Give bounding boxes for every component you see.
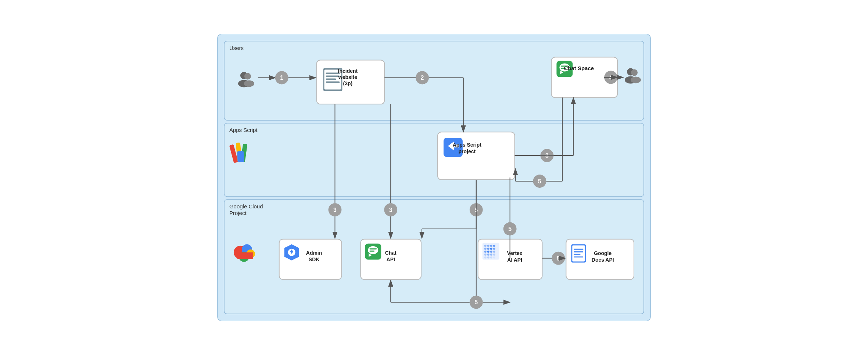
svg-point-45 xyxy=(493,245,495,247)
step-5-label-vertex: 5 xyxy=(557,255,560,262)
svg-point-53 xyxy=(493,251,495,253)
chat-api-label2: API xyxy=(387,257,395,262)
svg-rect-10 xyxy=(326,75,340,77)
svg-point-51 xyxy=(487,251,489,253)
svg-point-59 xyxy=(487,257,489,259)
svg-point-61 xyxy=(493,257,495,259)
svg-point-57 xyxy=(493,254,495,256)
incident-website-label3: (3p) xyxy=(343,80,353,86)
svg-point-58 xyxy=(484,257,487,259)
step-3-label-left: 3 xyxy=(333,207,337,213)
step-5-label-vertex2: 5 xyxy=(508,226,512,232)
google-docs-api-label: Google xyxy=(594,250,611,256)
swimlane-apps-script-label: Apps Script xyxy=(229,127,258,133)
svg-rect-67 xyxy=(574,257,583,258)
svg-point-50 xyxy=(484,251,487,253)
svg-rect-11 xyxy=(326,78,336,80)
incident-website-label: Incident xyxy=(338,68,358,74)
svg-rect-32 xyxy=(237,252,253,259)
chat-space-label: Chat Space xyxy=(564,65,594,72)
svg-rect-12 xyxy=(326,81,340,83)
svg-point-60 xyxy=(490,257,492,259)
svg-rect-63 xyxy=(572,245,585,262)
svg-point-49 xyxy=(493,248,495,250)
swimlane-cloud-label: Google Cloud xyxy=(229,203,263,209)
svg-point-44 xyxy=(490,245,492,247)
apps-script-project-label2: project xyxy=(459,148,476,154)
svg-point-48 xyxy=(490,248,492,250)
vertex-ai-api-label: Vertex xyxy=(507,250,523,256)
step-1-label: 1 xyxy=(280,75,283,81)
swimlane-apps-script xyxy=(224,123,644,197)
svg-rect-65 xyxy=(574,251,583,252)
step-2-label: 2 xyxy=(421,75,424,81)
vertex-ai-api-label2: AI API xyxy=(507,257,522,263)
apps-script-project-label: Apps Script xyxy=(453,142,482,148)
chat-api-label: Chat xyxy=(385,250,397,256)
incident-website-label2: website xyxy=(338,74,357,80)
svg-point-46 xyxy=(484,248,487,250)
step-3-label-mid: 3 xyxy=(389,207,392,213)
svg-point-21 xyxy=(631,76,641,83)
svg-point-37 xyxy=(368,246,378,254)
admin-sdk-label2: SDK xyxy=(309,257,320,262)
diagram-wrapper: Users Apps Script Google Cloud Project I… xyxy=(217,34,651,321)
admin-sdk-label: Admin xyxy=(306,250,322,256)
svg-point-5 xyxy=(244,73,251,79)
svg-rect-25 xyxy=(237,151,244,162)
google-docs-api-label2: Docs API xyxy=(592,257,614,263)
svg-point-47 xyxy=(487,248,489,250)
svg-point-6 xyxy=(244,80,254,87)
svg-point-42 xyxy=(484,245,487,247)
svg-rect-39 xyxy=(369,248,377,250)
svg-point-54 xyxy=(484,254,487,256)
step-5-label-bottom: 5 xyxy=(474,299,478,305)
swimlane-cloud-label2: Project xyxy=(229,210,247,216)
svg-point-55 xyxy=(487,254,489,256)
svg-point-52 xyxy=(490,251,492,253)
step-5-label-right: 5 xyxy=(538,178,541,184)
svg-point-56 xyxy=(490,254,492,256)
svg-rect-64 xyxy=(574,249,583,250)
swimlane-users-label: Users xyxy=(229,45,244,51)
svg-point-43 xyxy=(487,245,489,247)
svg-point-20 xyxy=(631,69,638,76)
svg-rect-40 xyxy=(369,251,374,252)
architecture-diagram: Users Apps Script Google Cloud Project I… xyxy=(221,38,647,317)
svg-rect-66 xyxy=(574,254,580,255)
